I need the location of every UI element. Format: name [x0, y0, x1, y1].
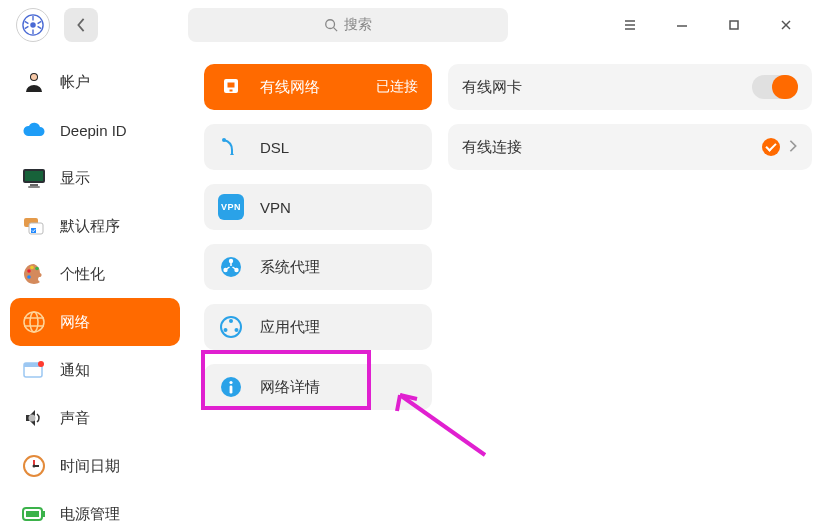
sidebar-item-label: 个性化 — [60, 265, 105, 284]
network-icon — [20, 308, 48, 336]
svg-point-30 — [38, 361, 44, 367]
svg-point-24 — [24, 312, 44, 332]
category-label: 系统代理 — [260, 258, 320, 277]
category-status: 已连接 — [376, 78, 418, 96]
title-bar: 搜索 — [0, 0, 826, 50]
svg-point-35 — [33, 465, 36, 468]
svg-point-20 — [27, 269, 31, 273]
svg-rect-16 — [28, 186, 40, 188]
category-label: 网络详情 — [260, 378, 320, 397]
search-placeholder: 搜索 — [344, 16, 372, 34]
category-vpn[interactable]: VPN VPN — [204, 184, 432, 230]
svg-point-31 — [29, 415, 36, 422]
sidebar-item-label: 网络 — [60, 313, 90, 332]
sidebar-item-default-apps[interactable]: 默认程序 — [10, 202, 180, 250]
svg-rect-53 — [230, 386, 233, 394]
category-system-proxy[interactable]: 系统代理 — [204, 244, 432, 290]
svg-point-23 — [27, 275, 31, 279]
sidebar-item-account[interactable]: 帐户 — [10, 58, 180, 106]
info-icon — [218, 374, 244, 400]
notification-icon — [20, 356, 48, 384]
app-logo-icon — [16, 8, 50, 42]
svg-point-48 — [229, 319, 233, 323]
svg-rect-14 — [25, 171, 43, 181]
svg-point-44 — [229, 259, 233, 263]
vpn-icon: VPN — [218, 194, 244, 220]
svg-rect-15 — [30, 184, 38, 186]
svg-rect-19 — [31, 228, 36, 233]
sidebar-item-notifications[interactable]: 通知 — [10, 346, 180, 394]
speaker-icon — [20, 404, 48, 432]
user-icon — [20, 68, 48, 96]
svg-rect-8 — [730, 21, 738, 29]
sidebar-item-sound[interactable]: 声音 — [10, 394, 180, 442]
svg-point-49 — [224, 328, 228, 332]
wired-icon — [218, 74, 244, 100]
display-icon — [20, 164, 48, 192]
window-controls — [618, 13, 798, 37]
app-proxy-icon — [218, 314, 244, 340]
sidebar-item-label: 通知 — [60, 361, 90, 380]
palette-icon — [20, 260, 48, 288]
svg-point-1 — [30, 22, 36, 28]
sidebar-item-label: Deepin ID — [60, 122, 127, 139]
adapter-row: 有线网卡 — [448, 64, 812, 110]
clock-icon — [20, 452, 48, 480]
sidebar-item-deepinid[interactable]: Deepin ID — [10, 106, 180, 154]
svg-rect-38 — [26, 511, 39, 517]
search-input[interactable]: 搜索 — [188, 8, 508, 42]
svg-point-12 — [31, 74, 37, 80]
system-proxy-icon — [218, 254, 244, 280]
connected-check-icon — [762, 138, 780, 156]
svg-line-3 — [334, 28, 338, 32]
sidebar-item-label: 时间日期 — [60, 457, 120, 476]
category-label: 有线网络 — [260, 78, 320, 97]
maximize-button[interactable] — [722, 13, 746, 37]
connection-row[interactable]: 有线连接 — [448, 124, 812, 170]
category-label: 应用代理 — [260, 318, 320, 337]
sidebar-item-label: 电源管理 — [60, 505, 120, 524]
search-icon — [324, 18, 338, 32]
close-button[interactable] — [774, 13, 798, 37]
svg-point-50 — [235, 328, 239, 332]
svg-point-22 — [35, 267, 39, 271]
category-wired[interactable]: 有线网络 已连接 — [204, 64, 432, 110]
sidebar-item-power[interactable]: 电源管理 — [10, 490, 180, 523]
svg-point-25 — [30, 312, 38, 332]
sidebar-item-display[interactable]: 显示 — [10, 154, 180, 202]
default-apps-icon — [20, 212, 48, 240]
adapter-label: 有线网卡 — [462, 78, 522, 97]
category-label: DSL — [260, 139, 289, 156]
category-label: VPN — [260, 199, 291, 216]
sidebar-item-datetime[interactable]: 时间日期 — [10, 442, 180, 490]
svg-point-2 — [326, 20, 335, 29]
category-network-details[interactable]: 网络详情 — [204, 364, 432, 410]
svg-rect-40 — [227, 82, 235, 88]
back-button[interactable] — [64, 8, 98, 42]
sidebar: 帐户 Deepin ID 显示 默认程序 个性化 网络 通知 声音 — [0, 50, 190, 523]
connection-label: 有线连接 — [462, 138, 522, 157]
sidebar-item-label: 声音 — [60, 409, 90, 428]
detail-panel: 有线网卡 有线连接 — [440, 50, 826, 523]
menu-button[interactable] — [618, 13, 642, 37]
adapter-toggle[interactable] — [752, 75, 798, 99]
svg-point-52 — [229, 381, 232, 384]
category-panel: 有线网络 已连接 DSL VPN VPN 系统代理 应用代理 网络详情 — [190, 50, 440, 523]
svg-point-21 — [30, 266, 34, 270]
sidebar-item-personalization[interactable]: 个性化 — [10, 250, 180, 298]
minimize-button[interactable] — [670, 13, 694, 37]
chevron-right-icon — [788, 139, 798, 156]
toggle-knob — [772, 75, 798, 99]
category-app-proxy[interactable]: 应用代理 — [204, 304, 432, 350]
svg-rect-37 — [43, 511, 45, 517]
svg-point-42 — [222, 138, 226, 142]
dsl-icon — [218, 134, 244, 160]
category-dsl[interactable]: DSL — [204, 124, 432, 170]
sidebar-item-network[interactable]: 网络 — [10, 298, 180, 346]
sidebar-item-label: 显示 — [60, 169, 90, 188]
sidebar-item-label: 帐户 — [60, 73, 90, 92]
main-content: 帐户 Deepin ID 显示 默认程序 个性化 网络 通知 声音 — [0, 50, 826, 523]
battery-icon — [20, 500, 48, 523]
svg-rect-41 — [229, 89, 233, 92]
search-container: 搜索 — [98, 8, 598, 42]
